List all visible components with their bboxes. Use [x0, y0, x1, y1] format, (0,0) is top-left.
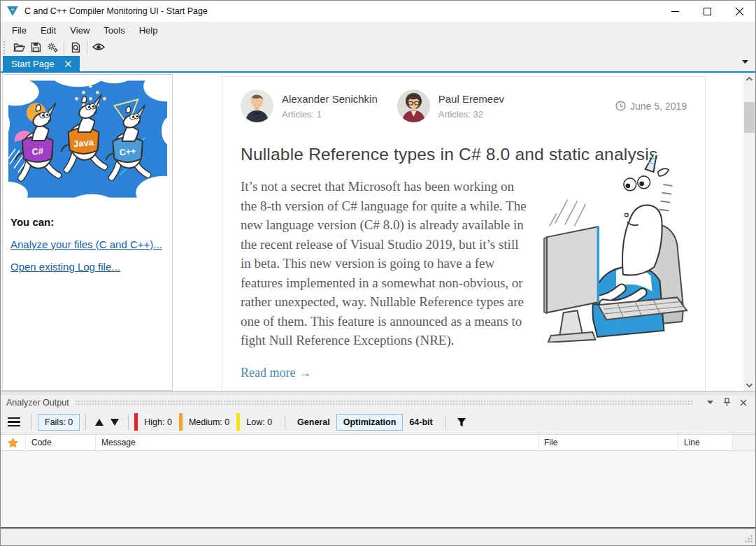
column-header-message[interactable]: Message	[96, 435, 539, 450]
pin-icon[interactable]	[720, 397, 733, 408]
author-meta: Paul Eremeev Articles: 32	[438, 93, 504, 120]
filter-general-button[interactable]: General	[291, 414, 336, 431]
read-more-link[interactable]: Read more →	[241, 366, 311, 380]
scroll-down-icon[interactable]	[743, 379, 755, 391]
open-folder-icon[interactable]	[10, 40, 27, 55]
author-articles-count: Articles: 1	[282, 109, 378, 120]
analyzer-output-title: Analyzer Output	[6, 398, 69, 408]
window-title: C and C++ Compiler Monitoring UI - Start…	[24, 6, 208, 16]
clock-icon	[615, 101, 626, 111]
column-header-code[interactable]: Code	[26, 435, 96, 450]
tab-strip: Start Page	[1, 56, 755, 73]
content-vertical-scrollbar[interactable]	[743, 73, 755, 391]
toolbar-separator	[285, 415, 285, 430]
menu-file[interactable]: File	[5, 23, 34, 38]
title-bar: C and C++ Compiler Monitoring UI - Start…	[1, 1, 755, 22]
app-window: C and C++ Compiler Monitoring UI - Start…	[0, 0, 756, 546]
unicorns-banner-image: C# Java	[8, 80, 167, 198]
article-header: Alexander Senichkin Articles: 1	[241, 89, 687, 122]
scrollbar-thumb[interactable]	[744, 102, 755, 133]
author-1: Alexander Senichkin Articles: 1	[241, 89, 378, 122]
toolbar-separator	[85, 415, 86, 430]
star-icon	[8, 438, 18, 448]
window-controls	[659, 1, 755, 22]
resize-grip-icon[interactable]	[744, 534, 753, 543]
favorite-column-header[interactable]	[1, 435, 26, 450]
link-open-log[interactable]: Open existing Log file...	[8, 261, 166, 273]
sidebar-heading: You can:	[8, 216, 166, 228]
unicorn-at-computer-illustration	[534, 155, 694, 343]
low-severity-filter[interactable]: Low: 0	[236, 413, 272, 431]
save-icon[interactable]	[27, 40, 44, 55]
article-date: June 5, 2019	[615, 101, 687, 112]
toolbar-separator	[64, 41, 64, 54]
date-text: June 5, 2019	[630, 101, 687, 112]
tab-label: Start Page	[11, 59, 54, 69]
start-page-content: C# Java	[1, 73, 755, 391]
toolbar-separator	[128, 415, 129, 430]
status-bar	[1, 529, 755, 545]
column-header-file[interactable]: File	[539, 435, 678, 450]
results-table-header: Code Message File Line	[1, 434, 755, 451]
panel-menu-chevron-icon[interactable]	[704, 397, 716, 408]
next-message-icon[interactable]	[107, 415, 122, 430]
toolbar-separator	[31, 415, 32, 430]
menu-help[interactable]: Help	[132, 23, 165, 38]
medium-severity-bar-icon	[179, 413, 183, 431]
menu-bar: File Edit View Tools Help	[1, 22, 755, 38]
article-body: It’s not a secret that Microsoft has bee…	[241, 177, 531, 350]
fails-filter-button[interactable]: Fails: 0	[38, 414, 80, 431]
hamburger-menu-icon[interactable]	[8, 417, 20, 427]
toolbar-separator	[87, 41, 87, 54]
minimize-icon[interactable]	[659, 1, 691, 22]
analyzer-output-header: Analyzer Output	[1, 395, 755, 410]
analyzer-toolbar: Fails: 0 High: 0 Medium: 0 Low: 0	[1, 410, 755, 434]
low-severity-bar-icon	[236, 413, 240, 431]
shirt-label-csharp: C#	[31, 145, 44, 157]
menu-edit[interactable]: Edit	[34, 23, 63, 38]
filter-64bit-button[interactable]: 64-bit	[403, 414, 438, 431]
article-card: Alexander Senichkin Articles: 1	[222, 76, 706, 391]
author-meta: Alexander Senichkin Articles: 1	[282, 93, 378, 120]
maximize-icon[interactable]	[691, 1, 723, 22]
scroll-up-icon[interactable]	[743, 73, 755, 85]
tab-close-icon[interactable]	[65, 61, 71, 67]
eye-icon[interactable]	[90, 40, 107, 55]
analyze-file-icon[interactable]	[67, 40, 84, 55]
column-header-gutter	[733, 435, 755, 450]
filter-optimization-button[interactable]: Optimization	[336, 414, 404, 431]
author-name: Paul Eremeev	[438, 93, 504, 105]
author-name: Alexander Senichkin	[282, 93, 378, 105]
high-severity-label: High: 0	[144, 417, 172, 427]
tab-start-page[interactable]: Start Page	[3, 56, 80, 71]
pvs-studio-logo-icon	[6, 5, 19, 17]
medium-severity-label: Medium: 0	[189, 417, 229, 427]
panel-drag-texture[interactable]	[75, 400, 694, 406]
toolbar-grip[interactable]	[3, 41, 8, 54]
medium-severity-filter[interactable]: Medium: 0	[179, 413, 229, 431]
high-severity-filter[interactable]: High: 0	[134, 413, 172, 431]
panel-close-icon[interactable]	[737, 397, 750, 408]
high-severity-bar-icon	[134, 413, 138, 431]
link-analyze-files[interactable]: Analyze your files (C and C++)...	[8, 238, 166, 250]
close-icon[interactable]	[723, 1, 755, 22]
author-2: Paul Eremeev Articles: 32	[397, 89, 504, 122]
shirt-label-cpp: C++	[119, 146, 136, 157]
sidebar-panel: C# Java	[2, 74, 173, 391]
column-header-line[interactable]: Line	[678, 435, 733, 450]
toolbar-separator	[445, 415, 445, 430]
author-articles-count: Articles: 32	[438, 109, 504, 120]
shirt-label-java: Java	[73, 136, 94, 149]
previous-message-icon[interactable]	[92, 415, 107, 430]
main-toolbar	[1, 38, 755, 56]
menu-view[interactable]: View	[63, 23, 97, 38]
avatar-paul	[397, 89, 430, 122]
avatar-alexander	[241, 89, 273, 122]
results-table-body[interactable]	[1, 451, 755, 527]
filter-funnel-icon[interactable]	[452, 414, 471, 431]
tab-list-dropdown-icon[interactable]	[742, 60, 748, 64]
analyzer-output-panel: Analyzer Output Fails: 0	[1, 395, 755, 529]
settings-gears-icon[interactable]	[44, 40, 61, 55]
low-severity-label: Low: 0	[246, 417, 272, 427]
menu-tools[interactable]: Tools	[97, 23, 131, 38]
